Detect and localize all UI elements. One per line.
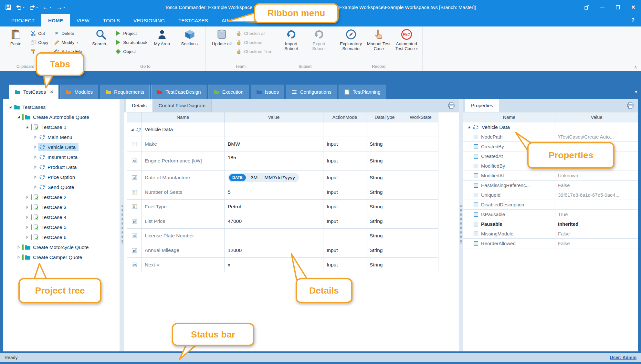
tree-item-testcase-6[interactable]: TestCase 6 [3, 232, 120, 242]
copy-button[interactable]: Copy [30, 39, 48, 46]
tree-item-create-motorcycle-quote[interactable]: Create Motorcycle Quote [3, 242, 120, 252]
help-button[interactable]: ? [631, 17, 635, 23]
row-workstate[interactable] [403, 151, 438, 170]
tab-testplanning[interactable]: TestPlanning [339, 85, 386, 99]
goto-object-button[interactable]: Object [115, 48, 147, 55]
row-value[interactable]: 5 [225, 185, 323, 199]
row-actionmode[interactable]: Input [323, 185, 366, 199]
checkin-all-button[interactable]: Checkin all [236, 30, 272, 36]
row-datatype[interactable]: String [366, 200, 403, 214]
row-datatype[interactable]: String [366, 214, 403, 228]
row-workstate[interactable] [403, 243, 438, 257]
row-datatype[interactable]: String [366, 229, 403, 243]
collapse-icon[interactable] [16, 245, 21, 249]
row-workstate[interactable] [403, 214, 438, 228]
cut-button[interactable]: Cut [30, 30, 48, 36]
tree-item-testcase-5[interactable]: TestCase 5 [3, 222, 120, 232]
import-subset-button[interactable]: Import Subset [278, 27, 304, 63]
expand-icon[interactable] [466, 125, 472, 129]
row-actionmode[interactable]: Input [323, 151, 366, 170]
table-row-annual-mileage[interactable]: Annual Mileage 12000 Input String [127, 243, 438, 258]
caret-down-icon[interactable]: ▾ [50, 5, 51, 9]
table-row-next[interactable]: Next » x Input String [127, 258, 438, 272]
caret-down-icon[interactable]: ▾ [416, 47, 418, 51]
tab-configurations[interactable]: Configurations [286, 85, 337, 99]
tab-control-flow-diagram[interactable]: Control Flow Diagram [153, 99, 212, 112]
automated-test-case-button[interactable]: RECAutomated Test Case ▾ [393, 27, 420, 63]
tree-item-price-option[interactable]: Price Option [3, 172, 120, 182]
checkout-button[interactable]: Checkout [236, 39, 272, 46]
expand-icon[interactable] [24, 125, 30, 129]
row-actionmode[interactable]: Input [323, 214, 366, 228]
forward-button[interactable]: →▾ [54, 2, 67, 12]
caret-down-icon[interactable]: ▾ [36, 5, 38, 9]
tab-modules[interactable]: Modules [60, 85, 98, 99]
print-icon[interactable] [448, 102, 455, 109]
header-cell-datatype[interactable]: DataType [366, 112, 403, 122]
checkout-tree-button[interactable]: Checkout Tree [236, 48, 272, 55]
row-actionmode[interactable]: Input [323, 258, 366, 272]
export-subset-button[interactable]: Export Subset [306, 27, 332, 63]
collapse-ribbon-icon[interactable]: ∧ [634, 65, 637, 69]
table-row-license-plate-number[interactable]: License Plate Number String [127, 229, 438, 243]
caret-down-icon[interactable]: ▾ [63, 5, 65, 9]
property-row-pausable[interactable]: PausableInherited [463, 219, 638, 229]
property-row-nodepath[interactable]: NodePath'/TestCases/Create Auto... [463, 132, 638, 142]
close-tab-icon[interactable]: × [50, 89, 53, 95]
property-row-vehicle-data[interactable]: Vehicle Data [463, 122, 638, 132]
print-icon[interactable] [627, 102, 634, 109]
tree-item-testcases[interactable]: TestCases [3, 102, 120, 112]
menu-view[interactable]: VIEW [70, 14, 96, 26]
row-actionmode[interactable]: Input [323, 243, 366, 257]
goto-project-button[interactable]: Project [115, 30, 147, 36]
update-all-button[interactable]: Update all [208, 27, 235, 63]
collapse-icon[interactable] [32, 135, 38, 139]
exploratory-scenario-button[interactable]: Exploratory Scenario [338, 27, 364, 63]
table-row-engine-performance[interactable]: Engine Performance [kW] 185 Input String [127, 151, 438, 171]
tree-item-create-camper-quote[interactable]: Create Camper Quote [3, 252, 120, 262]
table-row-number-of-seats[interactable]: Number of Seats 5 Input String [127, 185, 438, 200]
tab-requirements[interactable]: Requirements [100, 85, 150, 99]
tab-testcasedesign[interactable]: TestCaseDesign [151, 85, 206, 99]
menu-project[interactable]: PROJECT [5, 14, 41, 26]
collapse-icon[interactable] [16, 255, 21, 259]
property-row-missingmodule[interactable]: MissingModuleFalse [463, 229, 638, 239]
collapse-icon[interactable] [32, 165, 38, 169]
splitter[interactable] [120, 99, 124, 351]
header-cell-name[interactable]: Name [142, 112, 225, 122]
row-datatype[interactable]: String [366, 171, 403, 185]
goto-scratchbook-button[interactable]: Scratchbook [115, 39, 147, 46]
row-actionmode[interactable]: Input [323, 171, 366, 185]
caret-down-icon[interactable]: ▾ [77, 41, 78, 44]
row-value[interactable]: 185 [225, 151, 323, 170]
section-button[interactable]: Section ▾ [176, 27, 203, 63]
row-value[interactable]: 47000 [225, 214, 323, 228]
row-value[interactable] [225, 229, 323, 243]
back-button[interactable]: ←▾ [40, 2, 53, 12]
tree-item-insurant-data[interactable]: Insurant Data [3, 152, 120, 162]
tab-issues[interactable]: Issues [251, 85, 284, 99]
tree-item-testcase-4[interactable]: TestCase 4 [3, 212, 120, 222]
row-actionmode[interactable]: Input [323, 137, 366, 151]
row-actionmode[interactable]: Input [323, 200, 366, 214]
splitter[interactable] [459, 99, 463, 351]
row-workstate[interactable] [403, 171, 438, 185]
tree-item-testcase-1[interactable]: TestCase 1 [3, 122, 120, 132]
table-row-fuel-type[interactable]: Fuel Type Petrol Input String [127, 200, 438, 214]
tab-execution[interactable]: Execution [208, 85, 249, 99]
tab-overflow-icon[interactable]: ▾ [635, 89, 637, 94]
collapse-icon[interactable] [24, 205, 30, 209]
table-row-date-of-manufacture[interactable]: Date of Manufacture DATE -3M MM'/'dd'/'y… [127, 171, 438, 185]
row-datatype[interactable]: String [366, 258, 403, 272]
collapse-icon[interactable] [24, 215, 30, 219]
paste-button[interactable]: Paste [3, 27, 29, 63]
collapse-icon[interactable] [32, 185, 38, 189]
property-row-ispausable[interactable]: IsPausableTrue [463, 210, 638, 219]
tree-item-vehicle-data[interactable]: Vehicle Data [3, 142, 120, 152]
expand-icon[interactable] [7, 105, 13, 109]
collapse-icon[interactable] [24, 235, 30, 239]
row-workstate[interactable] [403, 200, 438, 214]
tab-details[interactable]: Details [126, 99, 153, 112]
collapse-icon[interactable] [32, 145, 38, 149]
row-workstate[interactable] [403, 229, 438, 243]
